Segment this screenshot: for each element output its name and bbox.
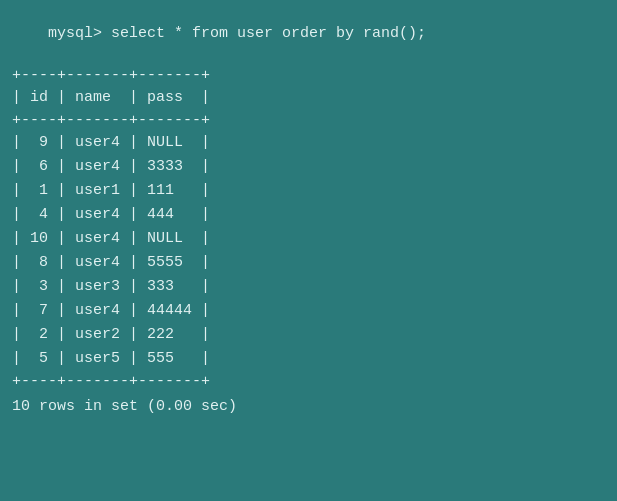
table-row: | 4 | user4 | 444 | — [12, 203, 605, 227]
divider-mid: +----+-------+-------+ — [12, 110, 605, 131]
table-row: | 3 | user3 | 333 | — [12, 275, 605, 299]
table-body: | 9 | user4 | NULL || 6 | user4 | 3333 |… — [12, 131, 605, 371]
table-row: | 8 | user4 | 5555 | — [12, 251, 605, 275]
prompt-line: mysql> select * from user order by rand(… — [12, 8, 605, 59]
table-row: | 6 | user4 | 3333 | — [12, 155, 605, 179]
table-row: | 10 | user4 | NULL | — [12, 227, 605, 251]
table-row: | 5 | user5 | 555 | — [12, 347, 605, 371]
terminal-window: mysql> select * from user order by rand(… — [12, 8, 605, 493]
table-row: | 2 | user2 | 222 | — [12, 323, 605, 347]
divider-bottom: +----+-------+-------+ — [12, 371, 605, 392]
prompt-text: mysql> select * from user order by rand(… — [48, 25, 426, 42]
table-row: | 1 | user1 | 111 | — [12, 179, 605, 203]
footer-line: 10 rows in set (0.00 sec) — [12, 398, 605, 415]
table-row: | 7 | user4 | 44444 | — [12, 299, 605, 323]
table-header: | id | name | pass | — [12, 86, 605, 110]
divider-top: +----+-------+-------+ — [12, 65, 605, 86]
table-row: | 9 | user4 | NULL | — [12, 131, 605, 155]
